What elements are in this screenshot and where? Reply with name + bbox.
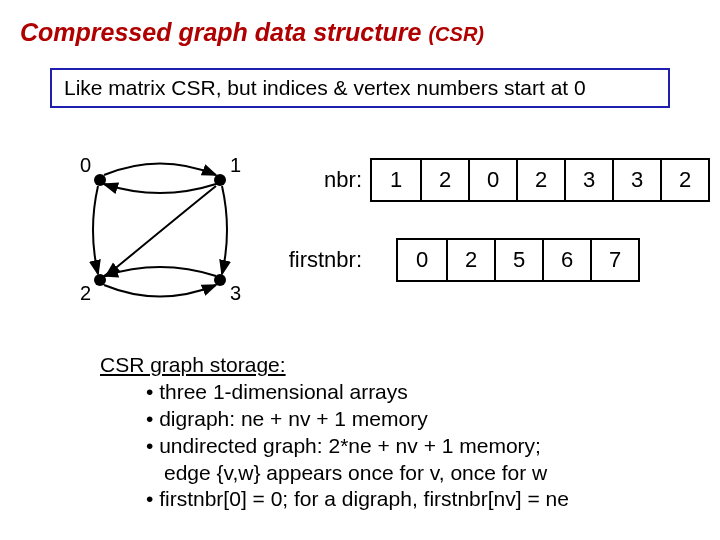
vertex-label-2: 2 — [80, 282, 91, 304]
nbr-row: nbr: 1 2 0 2 3 3 2 — [270, 160, 710, 200]
firstnbr-row: firstnbr: 0 2 5 6 7 — [270, 240, 710, 280]
title-main: Compressed graph data structure — [20, 18, 422, 46]
nbr-cell: 1 — [372, 160, 420, 200]
bullet-3-cont: edge {v,w} appears once for v, once for … — [100, 460, 569, 487]
nbr-cell: 0 — [468, 160, 516, 200]
subtitle-box: Like matrix CSR, but indices & vertex nu… — [50, 68, 670, 108]
slide-title: Compressed graph data structure (CSR) — [20, 18, 484, 47]
nbr-cell: 2 — [420, 160, 468, 200]
nbr-label: nbr: — [270, 167, 370, 193]
firstnbr-cell: 0 — [398, 240, 446, 280]
storage-heading: CSR graph storage: — [100, 353, 286, 376]
subtitle-text: Like matrix CSR, but indices & vertex nu… — [64, 76, 586, 99]
vertex-label-0: 0 — [80, 154, 91, 176]
firstnbr-cell: 6 — [542, 240, 590, 280]
firstnbr-cell: 5 — [494, 240, 542, 280]
firstnbr-cell: 7 — [590, 240, 638, 280]
bullet-2: • digraph: ne + nv + 1 memory — [100, 406, 569, 433]
firstnbr-cells: 0 2 5 6 7 — [396, 238, 640, 282]
storage-block: CSR graph storage: • three 1-dimensional… — [100, 352, 569, 513]
bullet-4: • firstnbr[0] = 0; for a digraph, firstn… — [100, 486, 569, 513]
arrays-block: nbr: 1 2 0 2 3 3 2 firstnbr: 0 2 5 6 7 — [270, 160, 710, 320]
bullet-3: • undirected graph: 2*ne + nv + 1 memory… — [100, 433, 569, 460]
firstnbr-label: firstnbr: — [270, 247, 370, 273]
nbr-cell: 3 — [612, 160, 660, 200]
nbr-cell: 2 — [660, 160, 708, 200]
vertex-label-1: 1 — [230, 154, 241, 176]
nbr-cell: 3 — [564, 160, 612, 200]
graph-diagram: 0 1 2 3 — [70, 150, 250, 320]
nbr-cell: 2 — [516, 160, 564, 200]
nbr-cells: 1 2 0 2 3 3 2 — [370, 158, 710, 202]
firstnbr-cell: 2 — [446, 240, 494, 280]
title-paren: (CSR) — [428, 23, 484, 45]
bullet-1: • three 1-dimensional arrays — [100, 379, 569, 406]
vertex-label-3: 3 — [230, 282, 241, 304]
